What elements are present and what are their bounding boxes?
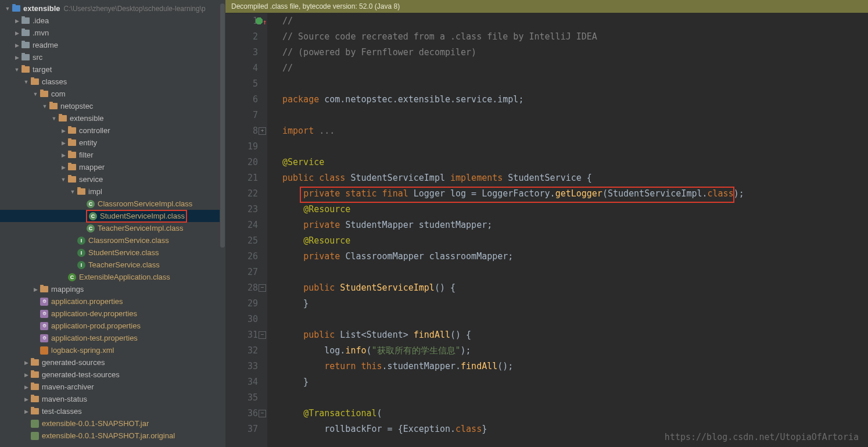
chevron-down-icon[interactable]: ▼ (5, 6, 10, 12)
project-tree[interactable]: ▼extensibleC:\Users\zhenye\Desktop\sched… (0, 0, 225, 447)
tree-item[interactable]: ▼target (0, 63, 225, 76)
tree-item[interactable]: ▶filter (0, 149, 225, 161)
chevron-down-icon[interactable]: ▼ (14, 67, 20, 73)
tree-item[interactable]: ▶src (0, 51, 225, 63)
tree-item[interactable]: ▶readme (0, 39, 225, 51)
tree-item-label: src (33, 53, 42, 62)
chevron-right-icon[interactable]: ▶ (23, 360, 29, 366)
code-body[interactable]: //// Source code recreated from a .class… (267, 13, 868, 447)
tree-item[interactable]: ▶mappings (0, 283, 225, 295)
editor-scrollbar[interactable] (861, 13, 868, 447)
code-line[interactable]: // Source code recreated from a .class f… (282, 29, 868, 45)
chevron-down-icon[interactable]: ▼ (42, 103, 48, 109)
tree-item[interactable]: ▶CClassroomServiceImpl.class (0, 198, 225, 210)
tree-item[interactable]: ▶CTeacherServiceImpl.class (0, 222, 225, 234)
tree-item[interactable]: ▶entity (0, 137, 225, 149)
code-line[interactable]: // (powered by Fernflower decompiler) (282, 45, 868, 60)
tree-item[interactable]: ▶⚙application-dev.properties (0, 307, 225, 320)
tree-item[interactable]: ▶controller (0, 124, 225, 137)
code-token: Logger log = LoggerFactory. (414, 188, 555, 199)
code-line[interactable] (282, 139, 868, 155)
tree-item[interactable]: ▶extensible-0.0.1-SNAPSHOT.jar (0, 417, 225, 430)
chevron-right-icon[interactable]: ▶ (60, 165, 66, 170)
chevron-right-icon[interactable]: ▶ (23, 372, 29, 378)
chevron-right-icon[interactable]: ▶ (14, 42, 20, 48)
code-line[interactable]: // (282, 60, 868, 76)
tree-item[interactable]: ▼extensibleC:\Users\zhenye\Desktop\sched… (0, 2, 225, 15)
fold-toggle-icon[interactable]: + (259, 127, 266, 135)
code-token (282, 361, 324, 371)
tree-item[interactable]: ▶ITeacherService.class (0, 259, 225, 271)
code-line[interactable]: return this.studentMapper.findAll(); (282, 359, 868, 374)
code-line[interactable]: public List<Student> findAll() { (282, 327, 868, 343)
chevron-right-icon[interactable]: ▶ (60, 152, 66, 158)
override-gutter-icon[interactable] (254, 16, 264, 26)
code-line[interactable]: public StudentServiceImpl() { (282, 280, 868, 296)
tree-item-label: TeacherService.class (88, 260, 160, 269)
tree-item[interactable]: ▶⚙application.properties (0, 295, 225, 307)
code-line[interactable]: log.info("获取所有的学生信息"); (282, 343, 868, 359)
tree-item[interactable]: ▶CStudentServiceImpl.class (0, 210, 225, 222)
tree-item[interactable]: ▶test-classes (0, 405, 225, 417)
code-line[interactable] (282, 76, 868, 92)
sidebar-scroll-thumb[interactable] (220, 3, 225, 248)
code-line[interactable]: import ... (282, 123, 868, 139)
tree-item[interactable]: ▼classes (0, 76, 225, 88)
chevron-down-icon[interactable]: ▼ (51, 116, 57, 121)
chevron-right-icon[interactable]: ▶ (14, 30, 20, 36)
code-line[interactable]: @Service (282, 155, 868, 170)
chevron-right-icon[interactable]: ▶ (23, 409, 29, 414)
chevron-down-icon[interactable]: ▼ (33, 91, 38, 97)
tree-item[interactable]: ▶logback-spring.xml (0, 344, 225, 356)
tree-item[interactable]: ▼extensible (0, 112, 225, 124)
chevron-right-icon[interactable]: ▶ (23, 396, 29, 402)
chevron-down-icon[interactable]: ▼ (23, 79, 29, 85)
fold-toggle-icon[interactable]: − (259, 331, 266, 339)
code-line[interactable]: private static final Logger log = Logger… (282, 186, 868, 202)
tree-item[interactable]: ▶extensible-0.0.1-SNAPSHOT.jar.original (0, 430, 225, 442)
chevron-right-icon[interactable]: ▶ (60, 140, 66, 146)
code-area[interactable]: 12345678+19202122232425262728−293031−323… (225, 13, 868, 447)
tree-item[interactable]: ▶generated-test-sources (0, 369, 225, 381)
chevron-right-icon[interactable]: ▶ (14, 55, 20, 60)
code-line[interactable]: package com.netopstec.extensible.service… (282, 92, 868, 108)
code-line[interactable]: rollbackFor = {Exception.class} (282, 421, 868, 437)
code-line[interactable]: public class StudentServiceImpl implemen… (282, 170, 868, 186)
tree-item[interactable]: ▶maven-status (0, 393, 225, 405)
tree-item[interactable]: ▶⚙application-test.properties (0, 332, 225, 344)
code-line[interactable] (282, 312, 868, 327)
code-line[interactable]: private StudentMapper studentMapper; (282, 217, 868, 233)
tree-item[interactable]: ▶.idea (0, 15, 225, 27)
code-line[interactable] (282, 390, 868, 406)
chevron-down-icon[interactable]: ▼ (70, 189, 76, 195)
chevron-down-icon[interactable]: ▼ (60, 177, 66, 183)
code-line[interactable] (282, 108, 868, 123)
sidebar-scrollbar[interactable] (220, 0, 225, 447)
code-line[interactable]: // (282, 13, 868, 29)
tree-item[interactable]: ▼impl (0, 185, 225, 198)
tree-item[interactable]: ▶maven-archiver (0, 381, 225, 393)
chevron-right-icon[interactable]: ▶ (33, 287, 38, 292)
fold-toggle-icon[interactable]: − (259, 410, 266, 417)
tree-item[interactable]: ▼netopstec (0, 100, 225, 112)
code-line[interactable]: } (282, 296, 868, 312)
tree-item[interactable]: ▶.mvn (0, 27, 225, 39)
tree-item[interactable]: ▼com (0, 88, 225, 100)
chevron-right-icon[interactable]: ▶ (23, 384, 29, 390)
tree-item[interactable]: ▶generated-sources (0, 356, 225, 369)
tree-item[interactable]: ▶⚙application-prod.properties (0, 320, 225, 332)
code-line[interactable]: } (282, 374, 868, 390)
code-line[interactable] (282, 264, 868, 280)
tree-item[interactable]: ▶IStudentService.class (0, 246, 225, 259)
code-line[interactable]: @Transactional( (282, 406, 868, 421)
tree-item[interactable]: ▶CExtensibleApplication.class (0, 271, 225, 283)
tree-item[interactable]: ▶mapper (0, 161, 225, 173)
chevron-right-icon[interactable]: ▶ (14, 18, 20, 24)
code-line[interactable]: private ClassroomMapper classroomMapper; (282, 249, 868, 264)
tree-item[interactable]: ▶IClassroomService.class (0, 234, 225, 246)
fold-toggle-icon[interactable]: − (259, 284, 266, 292)
chevron-right-icon[interactable]: ▶ (60, 128, 66, 134)
code-line[interactable]: @Resource (282, 233, 868, 249)
tree-item[interactable]: ▼service (0, 173, 225, 185)
code-line[interactable]: @Resource (282, 202, 868, 217)
